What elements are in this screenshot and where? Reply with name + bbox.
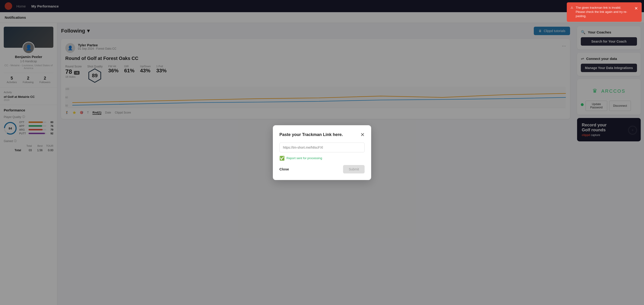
modal-close-button[interactable]: Close — [280, 167, 289, 171]
trackman-link-input[interactable] — [280, 142, 364, 152]
trackman-modal: Paste your Trackman Link here. ✕ ✅ Repor… — [273, 125, 371, 180]
warning-icon: ⚠ — [570, 6, 573, 10]
error-message: The given trackman link is invalid. Plea… — [576, 6, 630, 18]
modal-title: Paste your Trackman Link here. — [280, 132, 343, 137]
modal-submit-button[interactable]: Submit — [343, 165, 364, 174]
error-banner: ⚠ The given trackman link is invalid. Pl… — [567, 2, 642, 22]
modal-overlay: Paste your Trackman Link here. ✕ ✅ Repor… — [0, 0, 644, 305]
modal-close-x-button[interactable]: ✕ — [360, 132, 364, 138]
check-icon: ✅ — [280, 156, 284, 161]
modal-footer: Close Submit — [280, 165, 364, 174]
error-close-button[interactable]: ✕ — [634, 6, 638, 12]
success-text: Report sent for processing — [286, 156, 322, 160]
modal-header: Paste your Trackman Link here. ✕ — [280, 132, 364, 138]
success-message: ✅ Report sent for processing — [280, 156, 364, 161]
